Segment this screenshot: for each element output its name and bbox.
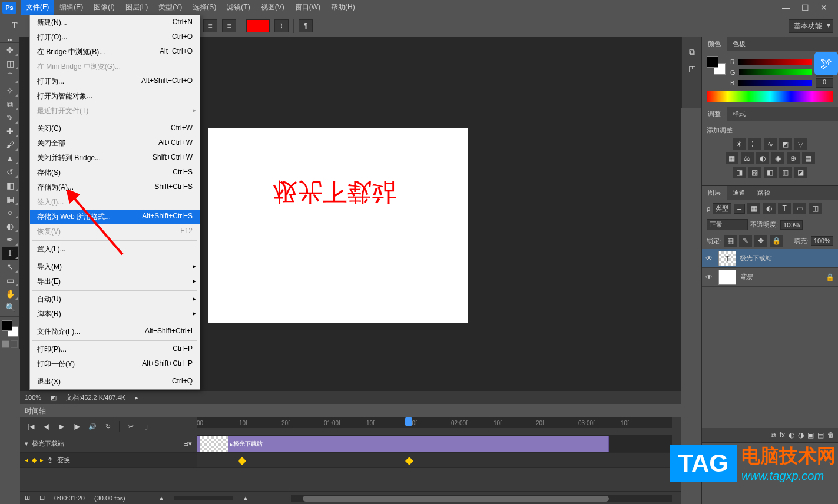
tool-preset[interactable]: T [6, 19, 23, 32]
file-menu-item[interactable]: 打开(O)...Ctrl+O [30, 30, 200, 45]
filter-shape-icon[interactable]: ▭ [793, 203, 806, 214]
maximize-button[interactable]: ☐ [798, 2, 812, 13]
tl-options-icon[interactable]: ⊟ [39, 494, 45, 502]
brush-tool[interactable]: 🖌 [2, 138, 18, 151]
clone-stamp-tool[interactable]: ▲ [2, 152, 18, 165]
hand-tool[interactable]: ✋ [2, 287, 18, 300]
path-selection-tool[interactable]: ↖ [2, 260, 18, 273]
lookup-icon[interactable]: ▤ [802, 152, 815, 164]
g-slider[interactable] [739, 69, 812, 75]
character-panel-button[interactable]: ¶ [299, 19, 313, 32]
timeline-ruler[interactable]: 0010f20f01:00f10f20f02:00f10f20f03:00f10… [197, 417, 672, 428]
file-menu-item[interactable]: 打印(P)...Ctrl+P [30, 342, 200, 357]
blur-tool[interactable]: ○ [2, 206, 18, 219]
rectangle-tool[interactable]: ▭ [2, 274, 18, 287]
gradient-map-icon[interactable]: ▥ [779, 167, 792, 178]
tab-layers[interactable]: 图层 [702, 186, 727, 200]
edit-mode[interactable] [2, 340, 18, 348]
file-menu-item[interactable]: 导出(E)▸ [30, 274, 200, 289]
healing-brush-tool[interactable]: ✚ [2, 125, 18, 138]
levels-icon[interactable]: ⛶ [748, 138, 761, 150]
dodge-tool[interactable]: ◐ [2, 220, 18, 233]
photo-filter-icon[interactable]: ◉ [771, 152, 784, 164]
color-spectrum[interactable] [707, 91, 833, 102]
track-options-icon[interactable]: ⊟▾ [183, 440, 192, 447]
file-menu-item[interactable]: 打印一份(Y)Alt+Shift+Ctrl+P [30, 357, 200, 372]
file-menu-item[interactable]: 打开为智能对象... [30, 89, 200, 104]
vibrance-icon[interactable]: ▽ [794, 138, 807, 150]
invert-icon[interactable]: ◨ [733, 167, 746, 178]
lock-all-icon[interactable]: 🔒 [770, 235, 783, 247]
layer-style-icon[interactable]: fx [780, 431, 785, 439]
zoom-out-icon[interactable]: ▲ [158, 495, 165, 502]
filter-type-icon[interactable]: T [778, 203, 791, 214]
warp-text-button[interactable]: ⌇ [274, 19, 289, 32]
add-keyframe-icon[interactable]: ◆ [32, 456, 37, 464]
tab-paths[interactable]: 路径 [751, 186, 776, 200]
toolbox-handle[interactable]: ▸▸ [0, 37, 19, 43]
threshold-icon[interactable]: ◧ [764, 167, 777, 178]
new-group-icon[interactable]: ▣ [807, 431, 814, 439]
file-menu-item[interactable]: 文件简介(F)...Alt+Shift+Ctrl+I [30, 324, 200, 339]
history-icon[interactable]: ⧉ [684, 44, 700, 59]
blend-mode[interactable]: 正常 [707, 219, 748, 230]
workspace-selector[interactable]: 基本功能 [789, 19, 833, 33]
layer-name[interactable]: 背景 [740, 273, 822, 281]
lock-transparency-icon[interactable]: ▦ [724, 235, 737, 247]
tab-swatches[interactable]: 色板 [727, 37, 751, 51]
file-menu-item[interactable]: 打开为...Alt+Shift+Ctrl+O [30, 74, 200, 89]
file-menu-item[interactable]: 新建(N)...Ctrl+N [30, 15, 200, 30]
properties-icon[interactable]: ◳ [684, 61, 700, 76]
transition-button[interactable]: ▯ [140, 420, 153, 432]
eraser-tool[interactable]: ◧ [2, 179, 18, 192]
lasso-tool[interactable]: ⌒ [2, 71, 18, 84]
keyframe[interactable] [405, 457, 413, 465]
collapse-icon[interactable]: ▾ [25, 440, 28, 447]
delete-layer-icon[interactable]: 🗑 [827, 431, 834, 439]
opacity-value[interactable]: 100% [780, 220, 803, 230]
file-menu-item[interactable]: 存储为 Web 所用格式...Alt+Shift+Ctrl+S [30, 210, 200, 224]
selective-color-icon[interactable]: ◪ [794, 167, 807, 178]
bw-icon[interactable]: ◐ [756, 152, 769, 164]
fill-value[interactable]: 100% [811, 236, 833, 246]
playhead[interactable] [409, 428, 409, 491]
file-menu-item[interactable]: 关闭(C)Ctrl+W [30, 121, 200, 136]
menu-图层(L)[interactable]: 图层(L) [121, 0, 153, 15]
tl-menu-icon[interactable]: ⊞ [25, 494, 30, 502]
visibility-icon[interactable]: 👁 [705, 254, 715, 263]
r-slider[interactable] [738, 59, 812, 65]
file-menu-item[interactable]: 关闭全部Alt+Ctrl+W [30, 136, 200, 151]
zoom-in-icon[interactable]: ▲ [242, 495, 249, 502]
file-menu-item[interactable]: 关闭并转到 Bridge...Shift+Ctrl+W [30, 151, 200, 165]
link-layers-icon[interactable]: ⧉ [771, 431, 776, 439]
prev-keyframe-icon[interactable]: ◂ [25, 456, 28, 464]
magic-wand-tool[interactable]: ✧ [2, 84, 18, 97]
minimize-button[interactable]: — [779, 2, 793, 13]
prev-frame-button[interactable]: ◀| [40, 420, 53, 432]
filter-adjust-icon[interactable]: ◐ [763, 203, 776, 214]
posterize-icon[interactable]: ▨ [748, 167, 761, 178]
menu-视图(V)[interactable]: 视图(V) [256, 0, 289, 15]
assistant-badge[interactable]: 🕊 [814, 52, 838, 75]
lock-pixels-icon[interactable]: ✎ [739, 235, 752, 247]
next-frame-button[interactable]: |▶ [71, 420, 84, 432]
zoom-slider[interactable] [174, 496, 233, 500]
menu-选择(S)[interactable]: 选择(S) [188, 0, 221, 15]
align-right-button[interactable]: ≡ [222, 19, 236, 32]
file-menu-item[interactable]: 自动(U)▸ [30, 292, 200, 307]
close-button[interactable]: ✕ [817, 2, 831, 13]
doc-info-arrow[interactable]: ▸ [135, 394, 138, 402]
marquee-tool[interactable]: ◫ [2, 57, 18, 70]
b-value[interactable]: 0 [816, 78, 833, 88]
gradient-tool[interactable]: ▦ [2, 193, 18, 205]
timeline-scrollbar[interactable] [291, 495, 672, 502]
color-tools[interactable] [2, 320, 18, 337]
menu-滤镜(T)[interactable]: 滤镜(T) [222, 0, 254, 15]
new-fill-icon[interactable]: ◑ [798, 431, 804, 439]
play-button[interactable]: ▶ [55, 420, 68, 432]
next-keyframe-icon[interactable]: ▸ [40, 456, 44, 464]
first-frame-button[interactable]: |◀ [25, 420, 38, 432]
layer-thumb[interactable] [718, 270, 736, 285]
color-swatch-pair[interactable] [707, 56, 726, 75]
menu-编辑(E)[interactable]: 编辑(E) [55, 0, 88, 15]
